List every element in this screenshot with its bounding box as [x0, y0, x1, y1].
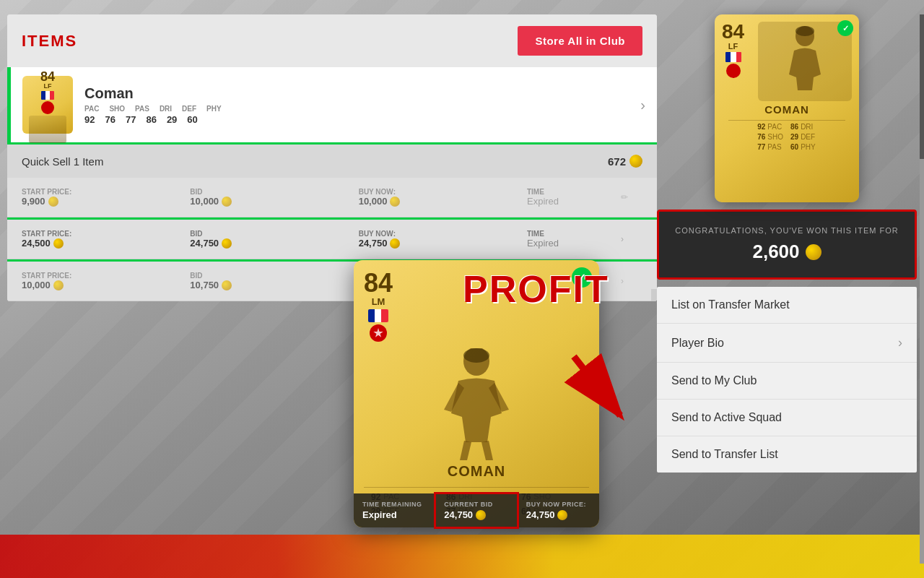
- buy-now-col: BUY NOW: 24,750: [359, 230, 520, 249]
- big-card-name: COMAN: [448, 463, 506, 480]
- time-col: TIME Expired: [527, 188, 614, 207]
- rtc-position: LF: [728, 42, 738, 51]
- rtc-sho: 76 SHO: [757, 133, 783, 141]
- rtc-silhouette: [769, 25, 841, 98]
- transfer-item[interactable]: START PRICE: 24,500 BID 24,750 BUY NOW: …: [7, 220, 657, 259]
- stat-values: 92 76 77 86 29 60: [84, 114, 640, 125]
- right-scrollbar-thumb[interactable]: [920, 14, 924, 159]
- quick-sell-row[interactable]: Quick Sell 1 Item 672: [7, 144, 657, 178]
- svg-line-3: [574, 356, 620, 415]
- list-on-transfer-market-item[interactable]: List on Transfer Market: [657, 287, 917, 324]
- current-bid-value: 24,750: [444, 509, 507, 520]
- bid-col: BID 10,750: [190, 272, 351, 290]
- coin-icon: [222, 197, 232, 207]
- time-remaining-value: Expired: [362, 509, 426, 520]
- right-top-player-card: 84 LF ✓ COMAN 92 P: [715, 14, 859, 202]
- sho-value: 76: [105, 114, 115, 125]
- club-emblem: [373, 328, 383, 338]
- coin-icon: [476, 510, 486, 520]
- player-name: Coman: [84, 85, 640, 102]
- coin-icon: [390, 238, 400, 249]
- quick-sell-label: Quick Sell 1 Item: [22, 155, 103, 168]
- player-thumbnail: [29, 116, 66, 143]
- items-header: ITEMS Store All in Club: [7, 14, 657, 67]
- store-all-button[interactable]: Store All in Club: [518, 26, 642, 56]
- time-remaining-col: TIME REMAINING Expired: [354, 493, 435, 527]
- quick-sell-value: 672: [608, 155, 626, 168]
- send-to-active-squad-item[interactable]: Send to Active Squad: [657, 400, 917, 436]
- player-art: [404, 345, 549, 460]
- rtc-france-flag: [725, 52, 741, 62]
- france-flag: [368, 309, 388, 322]
- big-card-left-info: 84 LM: [364, 270, 393, 342]
- send-to-transfer-list-item[interactable]: Send to Transfer List: [657, 436, 917, 473]
- coin-icon: [629, 155, 642, 168]
- rtc-pas: 77 PAS: [757, 143, 783, 151]
- big-card-position: LM: [372, 296, 385, 307]
- club-badge: [41, 101, 54, 114]
- congrats-text: CONGRATULATIONS, YOU'VE WON THIS ITEM FO…: [674, 226, 900, 235]
- def-value: 29: [167, 114, 177, 125]
- rtc-player-name: COMAN: [764, 103, 809, 116]
- rtc-player-art: [758, 22, 852, 101]
- buy-now-col: BUY NOW: 10,000: [359, 188, 520, 207]
- phy-value: 60: [187, 114, 197, 125]
- card-divider: [364, 487, 589, 488]
- coin-icon: [557, 510, 567, 520]
- items-panel: ITEMS Store All in Club 84 LF Coman PAC …: [7, 14, 657, 301]
- congrats-amount: 2,600: [674, 241, 900, 263]
- transfer-item[interactable]: START PRICE: 9,900 BID 10,000 BUY NOW: 1…: [7, 178, 657, 217]
- player-mini-card: 84 LF: [22, 76, 73, 134]
- rtc-pac: 92 PAC: [757, 123, 783, 131]
- bid-col: BID 24,750: [190, 230, 351, 249]
- rtc-left-info: 84 LF: [722, 22, 744, 101]
- coin-icon: [806, 244, 821, 260]
- coin-icon: [53, 238, 64, 249]
- player-info: Coman PAC SHO PAS DRI DEF PHY 92 76 77 8…: [84, 85, 640, 125]
- right-panel: 84 LF ✓ COMAN 92 P: [657, 14, 917, 473]
- congratulations-box: CONGRATULATIONS, YOU'VE WON THIS ITEM FO…: [657, 210, 917, 280]
- buy-now-value: 24,750: [526, 509, 590, 520]
- right-card-inner: 84 LF: [722, 22, 852, 101]
- pas-value: 77: [126, 114, 136, 125]
- svg-point-1: [463, 348, 489, 363]
- start-price-col: START PRICE: 10,000: [22, 272, 183, 290]
- france-flag: [41, 91, 54, 100]
- right-scrollbar: [920, 14, 924, 564]
- bid-col: BID 10,000: [190, 188, 351, 207]
- edit-icon[interactable]: ›: [621, 276, 642, 286]
- chevron-right-icon[interactable]: ›: [640, 97, 645, 113]
- items-title: ITEMS: [22, 32, 77, 51]
- right-card-container: 84 LF ✓ COMAN 92 P: [657, 14, 917, 202]
- mini-card-flags: [41, 91, 54, 100]
- coin-icon: [390, 197, 400, 207]
- stat-labels: PAC SHO PAS DRI DEF PHY: [84, 105, 640, 113]
- rtc-stats: 92 PAC 86 DRI 76 SHO 29 DEF 77 PAS: [754, 123, 820, 151]
- context-menu: List on Transfer Market Player Bio › Sen…: [657, 287, 917, 473]
- rtc-divider: [728, 120, 845, 121]
- rtc-dri: 86 DRI: [790, 123, 816, 131]
- rtc-def: 29 DEF: [790, 133, 816, 141]
- mini-card-rating: 84: [40, 70, 55, 83]
- time-col: TIME Expired: [527, 230, 614, 249]
- svg-point-5: [796, 26, 814, 36]
- rtc-check-badge: ✓: [837, 20, 853, 36]
- profit-text: PROFIT: [463, 267, 609, 311]
- current-bid-col: CURRENT BID 24,750: [435, 493, 517, 527]
- rtc-phy: 60 PHY: [790, 143, 816, 151]
- player-bio-item[interactable]: Player Bio ›: [657, 324, 917, 363]
- player-row[interactable]: 84 LF Coman PAC SHO PAS DRI DEF PHY 92: [7, 67, 657, 142]
- rtc-club-badge: [726, 64, 741, 78]
- edit-icon[interactable]: ›: [621, 234, 642, 244]
- send-to-my-club-item[interactable]: Send to My Club: [657, 363, 917, 400]
- mini-card-position: LF: [44, 83, 52, 90]
- profit-arrow: [549, 340, 650, 441]
- pac-value: 92: [84, 114, 95, 125]
- big-card-rating: 84: [364, 270, 393, 296]
- quick-sell-amount: 672: [608, 155, 642, 168]
- edit-icon[interactable]: ✏: [621, 192, 642, 202]
- dri-value: 86: [146, 114, 156, 125]
- scrollbar-track: [651, 289, 657, 301]
- coin-icon: [222, 280, 232, 290]
- club-badge: [370, 324, 387, 342]
